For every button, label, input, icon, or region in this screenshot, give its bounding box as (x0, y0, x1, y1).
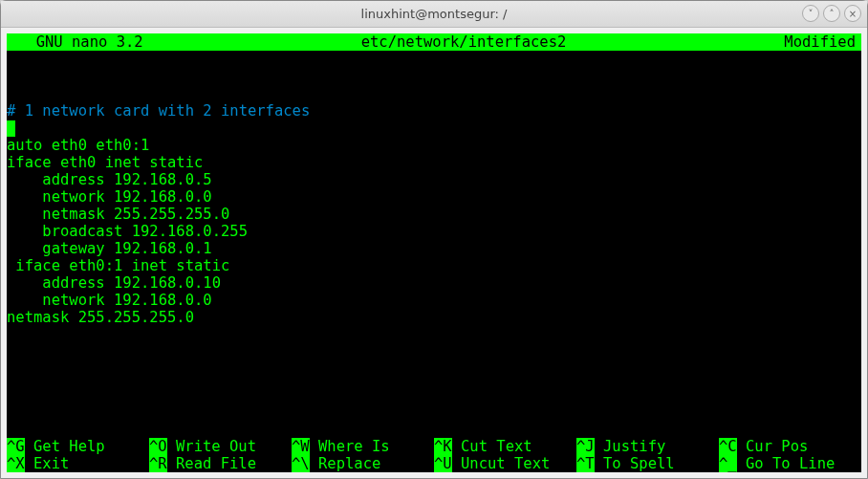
shortcut-go-to-line[interactable]: ^_ Go To Line (719, 455, 861, 472)
shortcut-read-file[interactable]: ^R Read File (149, 455, 292, 472)
terminal-window: linuxhint@montsegur: / ˅ ˄ × GNU nano 3.… (0, 0, 868, 479)
editor-comment-line: # 1 network card with 2 interfaces (7, 102, 310, 120)
window-controls: ˅ ˄ × (802, 5, 861, 22)
titlebar: linuxhint@montsegur: / ˅ ˄ × (1, 1, 867, 28)
nano-status: Modified (784, 33, 861, 51)
shortcut-exit[interactable]: ^X Exit (7, 455, 149, 472)
window-title: linuxhint@montsegur: / (1, 7, 867, 21)
shortcut-replace[interactable]: ^\ Replace (292, 455, 434, 472)
nano-app-version: GNU nano 3.2 (7, 33, 143, 51)
editor-body: auto eth0 eth0:1 iface eth0 inet static … (7, 137, 248, 326)
shortcut-uncut-text[interactable]: ^U Uncut Text (434, 455, 576, 472)
shortcut-cur-pos[interactable]: ^C Cur Pos (719, 438, 861, 455)
shortcut-justify[interactable]: ^J Justify (576, 438, 719, 455)
shortcut-write-out[interactable]: ^O Write Out (149, 438, 292, 455)
editor-area[interactable]: # 1 network card with 2 interfaces auto … (7, 51, 861, 438)
shortcut-cut-text[interactable]: ^K Cut Text (434, 438, 576, 455)
close-button[interactable]: × (844, 5, 861, 22)
maximize-button[interactable]: ˄ (823, 5, 840, 22)
nano-file-path: etc/network/interfaces2 (143, 33, 785, 51)
cursor-icon (7, 120, 15, 137)
shortcut-where-is[interactable]: ^W Where Is (292, 438, 434, 455)
terminal-viewport[interactable]: GNU nano 3.2 etc/network/interfaces2 Mod… (7, 33, 861, 472)
nano-shortcut-bar: ^G Get Help ^O Write Out ^W Where Is ^K … (7, 438, 861, 472)
shortcut-get-help[interactable]: ^G Get Help (7, 438, 149, 455)
shortcut-to-spell[interactable]: ^T To Spell (576, 455, 719, 472)
nano-header: GNU nano 3.2 etc/network/interfaces2 Mod… (7, 33, 861, 51)
minimize-button[interactable]: ˅ (802, 5, 819, 22)
